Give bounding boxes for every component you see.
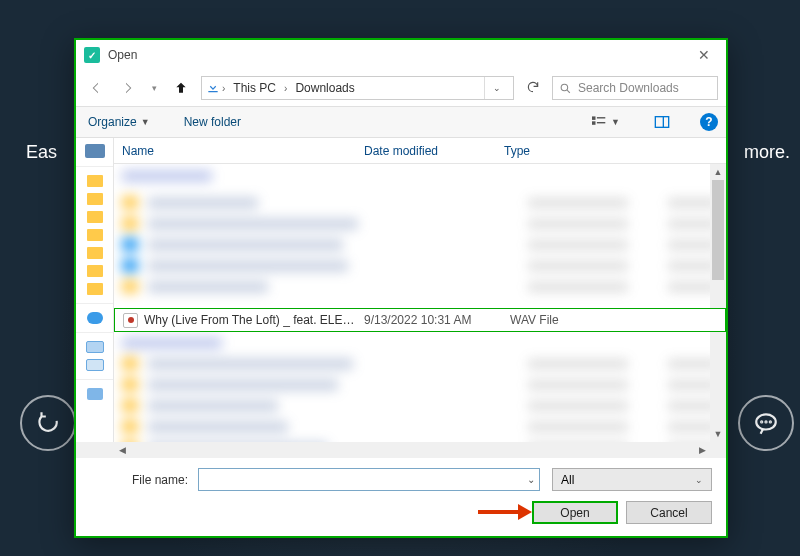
view-mode-button[interactable]: ▼ — [586, 113, 624, 131]
breadcrumb-folder[interactable]: Downloads — [289, 79, 360, 97]
svg-rect-9 — [655, 117, 668, 128]
column-date[interactable]: Date modified — [356, 138, 496, 163]
quick-access-icon[interactable] — [85, 144, 105, 158]
rewind-icon[interactable] — [20, 395, 76, 451]
column-type[interactable]: ⌃ Type — [496, 138, 726, 163]
app-icon — [84, 47, 100, 63]
breadcrumb-dropdown[interactable]: ⌄ — [484, 77, 509, 99]
forward-button — [116, 76, 140, 100]
nav-sidebar[interactable] — [76, 138, 114, 442]
background-text-right: more. — [744, 142, 790, 163]
vertical-scrollbar[interactable]: ▲ ▼ — [710, 164, 726, 442]
svg-rect-6 — [592, 121, 596, 125]
annotation-arrow — [478, 504, 532, 520]
file-name-label: File name: — [90, 473, 198, 487]
breadcrumb-root[interactable]: This PC — [227, 79, 282, 97]
search-input[interactable]: Search Downloads — [552, 76, 718, 100]
sort-indicator-icon: ⌃ — [607, 138, 614, 141]
svg-rect-8 — [597, 122, 605, 123]
scrollbar-thumb[interactable] — [712, 180, 724, 280]
folder-icon[interactable] — [87, 193, 103, 205]
search-icon — [559, 82, 572, 95]
nav-row: ▾ › This PC › Downloads ⌄ Search Downloa… — [76, 70, 726, 106]
folder-icon[interactable] — [87, 247, 103, 259]
breadcrumb[interactable]: › This PC › Downloads ⌄ — [201, 76, 514, 100]
up-button[interactable] — [169, 76, 193, 100]
help-button[interactable]: ? — [700, 113, 718, 131]
network-icon[interactable] — [87, 388, 103, 400]
scroll-down-icon[interactable]: ▼ — [710, 426, 726, 442]
svg-point-1 — [761, 421, 762, 422]
audio-file-icon — [123, 313, 138, 328]
folder-icon[interactable] — [87, 283, 103, 295]
chevron-down-icon[interactable]: ⌄ — [521, 474, 535, 485]
chevron-right-icon: › — [284, 83, 287, 94]
preview-pane-button[interactable] — [650, 113, 674, 131]
selected-file-row[interactable]: Why (Live From The Loft) _ feat. ELEVATI… — [114, 308, 726, 332]
folder-icon[interactable] — [87, 229, 103, 241]
chat-icon[interactable] — [738, 395, 794, 451]
recent-dropdown-icon[interactable]: ▾ — [148, 79, 161, 97]
file-type: WAV File — [510, 313, 717, 327]
onedrive-icon[interactable] — [87, 312, 103, 324]
organize-menu[interactable]: Organize▼ — [84, 111, 154, 133]
blurred-file-rows — [114, 164, 726, 442]
folder-icon[interactable] — [87, 175, 103, 187]
scroll-right-icon[interactable]: ▶ — [694, 442, 710, 458]
file-list: Name Date modified ⌃ Type — [114, 138, 726, 442]
downloads-folder-icon — [206, 80, 220, 97]
refresh-button[interactable] — [522, 76, 544, 101]
dialog-title: Open — [108, 48, 690, 62]
file-name-input[interactable]: ⌄ — [198, 468, 540, 491]
horizontal-scrollbar[interactable]: ◀ ▶ — [76, 442, 726, 458]
folder-icon[interactable] — [87, 265, 103, 277]
search-placeholder: Search Downloads — [578, 81, 679, 95]
scroll-left-icon[interactable]: ◀ — [114, 442, 130, 458]
drive-icon[interactable] — [86, 359, 104, 371]
file-date: 9/13/2022 10:31 AM — [364, 313, 504, 327]
background-text-left: Eas — [26, 142, 57, 163]
new-folder-button[interactable]: New folder — [180, 111, 245, 133]
titlebar: Open ✕ — [76, 40, 726, 70]
open-button[interactable]: Open — [532, 501, 618, 524]
column-name[interactable]: Name — [114, 138, 356, 163]
cancel-button[interactable]: Cancel — [626, 501, 712, 524]
dialog-footer: File name: ⌄ All ⌄ Open Cancel — [76, 458, 726, 536]
toolbar: Organize▼ New folder ▼ ? — [76, 106, 726, 138]
svg-rect-5 — [592, 116, 596, 120]
chevron-down-icon: ▼ — [141, 117, 150, 127]
close-icon[interactable]: ✕ — [690, 43, 718, 67]
svg-point-2 — [765, 421, 766, 422]
svg-point-4 — [561, 84, 568, 91]
file-name: Why (Live From The Loft) _ feat. ELEVATI… — [144, 313, 358, 327]
chevron-down-icon: ⌄ — [695, 475, 703, 485]
file-open-dialog: Open ✕ ▾ › This PC › Downloads ⌄ Search … — [74, 38, 728, 538]
folder-icon[interactable] — [87, 211, 103, 223]
column-headers: Name Date modified ⌃ Type — [114, 138, 726, 164]
back-button[interactable] — [84, 76, 108, 100]
this-pc-icon[interactable] — [86, 341, 104, 353]
svg-point-3 — [770, 421, 771, 422]
chevron-right-icon: › — [222, 83, 225, 94]
scroll-up-icon[interactable]: ▲ — [710, 164, 726, 180]
file-filter-select[interactable]: All ⌄ — [552, 468, 712, 491]
chevron-down-icon: ▼ — [611, 117, 620, 127]
svg-rect-7 — [597, 117, 605, 118]
